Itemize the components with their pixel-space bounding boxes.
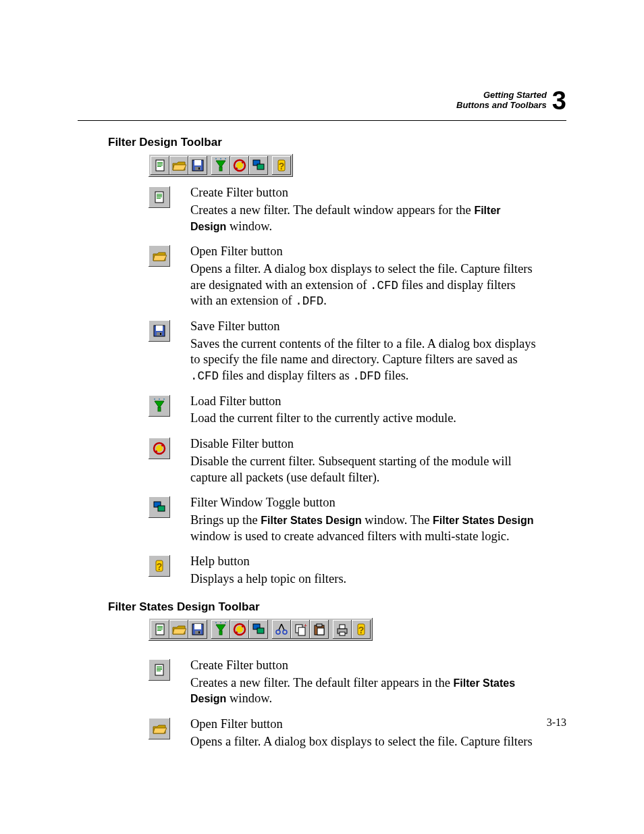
load-filter-icon [149,395,170,417]
toolbar2-help[interactable] [352,620,371,639]
toggle-desc: Brings up the Filter States Design windo… [190,513,536,544]
toolbar2-save[interactable] [188,620,207,639]
open2-desc: Opens a filter. A dialog box displays to… [190,734,533,750]
toolbar2-open[interactable] [169,620,188,639]
desc-row-load: Load Filter button Load the current filt… [149,394,536,428]
toolbar-save-filter[interactable] [188,156,207,175]
toolbar2-cut[interactable] [272,620,291,639]
section-title-filter-states: Filter States Design Toolbar [108,600,536,615]
save-filter-icon [149,320,170,342]
load-title: Load Filter button [190,394,456,410]
toolbar2-copy[interactable] [291,620,310,639]
disable-title: Disable Filter button [190,436,536,452]
save-desc: Saves the current contents of the filter… [190,336,536,384]
toolbar-load-filter[interactable] [211,156,230,175]
page: Getting Started Buttons and Toolbars 3 F… [0,0,644,834]
open-desc: Opens a filter. A dialog box displays to… [190,261,536,309]
filter-design-toolbar [149,154,293,177]
open-filter-icon [149,245,170,267]
toolbar2-create[interactable] [151,620,169,639]
disable-desc: Disable the current filter. Subsequent s… [190,454,536,486]
help-title: Help button [190,554,346,570]
create-filter-icon-2 [149,659,170,681]
open-filter-icon-2 [149,718,170,739]
desc-row-toggle: Filter Window Toggle button Brings up th… [149,495,536,546]
save-title: Save Filter button [190,319,536,335]
page-number: 3-13 [547,716,566,729]
help-icon [149,555,170,577]
help-desc: Displays a help topic on filters. [190,571,346,588]
create-filter-icon [149,186,170,208]
toolbar2-paste[interactable] [310,620,329,639]
running-header: Getting Started Buttons and Toolbars 3 [456,88,566,113]
header-line2: Buttons and Toolbars [456,101,547,111]
create-desc: Creates a new filter. The default window… [190,203,536,234]
toolbar-disable-filter[interactable] [230,156,249,175]
toolbar2-toggle[interactable] [249,620,268,639]
desc2-row-create: Create Filter button Creates a new filte… [149,658,536,708]
open-title: Open Filter button [190,244,536,260]
open2-title: Open Filter button [190,716,533,733]
header-line1: Getting Started [456,90,547,101]
header-rule [78,120,566,121]
toolbar-open-filter[interactable] [169,156,188,175]
create2-desc: Creates a new filter. The default filter… [190,675,536,707]
toolbar-window-toggle[interactable] [249,156,268,175]
toolbar-help[interactable] [272,156,291,175]
desc-row-disable: Disable Filter button Disable the curren… [149,436,536,487]
toolbar2-disable[interactable] [230,620,249,639]
window-toggle-icon [149,496,170,518]
create2-title: Create Filter button [190,658,536,674]
desc2-row-open: Open Filter button Opens a filter. A dia… [149,716,536,751]
desc-row-save: Save Filter button Saves the current con… [149,319,536,386]
filter-states-toolbar [149,618,373,641]
load-desc: Load the current filter to the currently… [190,411,456,427]
chapter-number: 3 [552,88,566,113]
toggle-title: Filter Window Toggle button [190,495,536,511]
section-title-filter-design: Filter Design Toolbar [108,135,536,150]
create-title: Create Filter button [190,185,536,201]
toolbar-create-filter[interactable] [151,156,169,175]
disable-filter-icon [149,438,170,459]
toolbar2-print[interactable] [333,620,352,639]
desc-row-open: Open Filter button Opens a filter. A dia… [149,244,536,311]
desc-row-create: Create Filter button Creates a new filte… [149,185,536,236]
desc-row-help: Help button Displays a help topic on fil… [149,554,536,588]
toolbar2-load[interactable] [211,620,230,639]
